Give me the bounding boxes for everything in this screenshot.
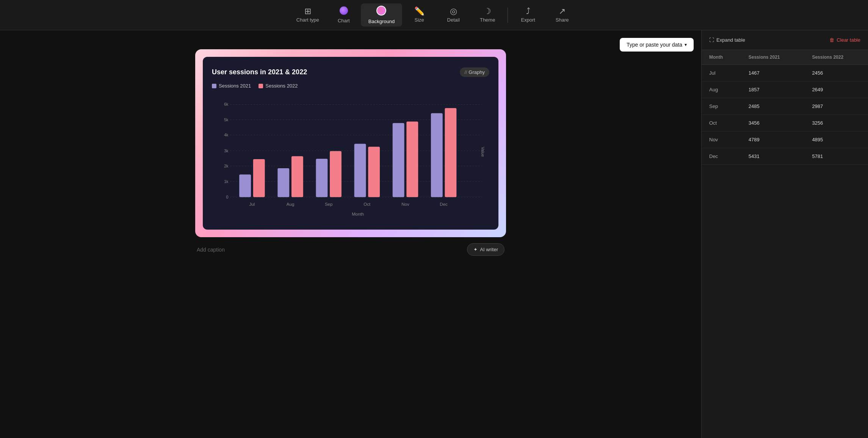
bar-oct-2022 <box>368 147 380 197</box>
legend-sessions-2022: Sessions 2022 <box>259 83 298 89</box>
toolbar-export-label: Export <box>521 17 535 23</box>
svg-text:0: 0 <box>226 195 228 199</box>
toolbar-chart[interactable]: Chart <box>327 4 361 26</box>
cell-month-3: Oct <box>702 115 741 131</box>
right-panel: ⛶ Expand table 🗑 Clear table Month Sessi… <box>701 30 868 438</box>
cell-sessions2022-3: 3256 <box>804 115 868 131</box>
expand-table-label: Expand table <box>716 37 745 43</box>
circle-active-icon <box>376 6 386 17</box>
toolbar-background-label: Background <box>368 19 395 24</box>
paste-data-label: Type or paste your data <box>627 42 682 48</box>
svg-text:2k: 2k <box>224 164 229 168</box>
share-icon: ↗ <box>559 7 566 16</box>
toolbar-share-label: Share <box>556 17 569 23</box>
bar-jul-2021 <box>239 174 251 197</box>
svg-text:1k: 1k <box>224 179 229 184</box>
cell-month-5: Dec <box>702 148 741 165</box>
toolbar-divider <box>508 8 508 23</box>
bar-nov-2021 <box>393 123 404 197</box>
bar-aug-2021 <box>277 168 289 197</box>
bar-chart-svg: 6k 5k 4k 3k 2k 1k 0 Value <box>212 95 489 224</box>
legend-dot-2022 <box>259 84 263 88</box>
table-scroll-container[interactable]: Month Sessions 2021 Sessions 2022 Jul 14… <box>702 50 868 438</box>
paste-data-button[interactable]: Type or paste your data <box>620 38 694 52</box>
x-label-nov: Nov <box>401 202 409 206</box>
toolbar: ⊞ Chart type Chart Background ✏️ Size ◎ … <box>0 0 868 30</box>
bar-sep-2021 <box>316 159 328 197</box>
toolbar-chart-type-label: Chart type <box>296 17 319 23</box>
moon-icon: ☽ <box>484 7 491 16</box>
caption-area: Add caption ✦ AI writer <box>195 243 506 256</box>
legend-sessions-2021: Sessions 2021 <box>212 83 251 89</box>
circle-purple-icon <box>340 6 348 16</box>
ai-writer-button[interactable]: ✦ AI writer <box>467 243 505 256</box>
cell-sessions2021-4: 4789 <box>741 131 805 148</box>
cell-sessions2021-5: 5431 <box>741 148 805 165</box>
data-table: Month Sessions 2021 Sessions 2022 Jul 14… <box>702 50 868 165</box>
chart-legend: Sessions 2021 Sessions 2022 <box>212 83 489 89</box>
toolbar-chart-type[interactable]: ⊞ Chart type <box>289 5 327 25</box>
eye-icon: ◎ <box>450 7 457 16</box>
col-sessions-2021: Sessions 2021 <box>741 50 805 65</box>
toolbar-detail-label: Detail <box>447 17 460 23</box>
bar-sep-2022 <box>330 151 342 197</box>
col-month: Month <box>702 50 741 65</box>
cell-sessions2022-4: 4895 <box>804 131 868 148</box>
svg-text:3k: 3k <box>224 149 229 153</box>
toolbar-export[interactable]: ⤴ Export <box>511 5 545 25</box>
table-header-row: Month Sessions 2021 Sessions 2022 <box>702 50 868 65</box>
toolbar-detail[interactable]: ◎ Detail <box>436 5 470 25</box>
table-toolbar: ⛶ Expand table 🗑 Clear table <box>702 30 868 50</box>
x-axis-title: Month <box>352 212 364 216</box>
x-label-sep: Sep <box>325 202 333 206</box>
ai-writer-label: AI writer <box>480 247 498 252</box>
bar-dec-2021 <box>431 113 443 197</box>
bar-oct-2021 <box>354 144 366 197</box>
table-row: Jul 1467 2456 <box>702 65 868 81</box>
cell-month-1: Aug <box>702 81 741 98</box>
legend-dot-2021 <box>212 84 216 88</box>
svg-text:6k: 6k <box>224 102 229 106</box>
bar-dec-2022 <box>445 108 456 197</box>
bar-nov-2022 <box>406 122 418 197</box>
chart-title: User sessions in 2021 & 2022 <box>212 68 307 76</box>
export-icon: ⤴ <box>526 7 530 16</box>
chart-svg-container: 6k 5k 4k 3k 2k 1k 0 Value <box>212 95 489 224</box>
toolbar-theme[interactable]: ☽ Theme <box>470 5 505 25</box>
bar-jul-2022 <box>253 159 265 197</box>
canvas-area: Type or paste your data User sessions in… <box>0 30 701 438</box>
expand-table-button[interactable]: ⛶ Expand table <box>709 37 745 43</box>
toolbar-size-label: Size <box>415 17 424 23</box>
toolbar-background[interactable]: Background <box>361 3 402 27</box>
cell-sessions2021-2: 2485 <box>741 98 805 115</box>
main-content: Type or paste your data User sessions in… <box>0 30 868 438</box>
col-sessions-2022: Sessions 2022 <box>804 50 868 65</box>
toolbar-share[interactable]: ↗ Share <box>545 5 579 25</box>
cell-sessions2021-0: 1467 <box>741 65 805 81</box>
graphy-logo: Graphy <box>460 67 489 77</box>
cell-month-4: Nov <box>702 131 741 148</box>
legend-label-2021: Sessions 2021 <box>219 83 251 89</box>
svg-text:5k: 5k <box>224 117 229 122</box>
cell-sessions2021-1: 1857 <box>741 81 805 98</box>
bar-aug-2022 <box>291 156 303 197</box>
toolbar-size[interactable]: ✏️ Size <box>402 5 436 25</box>
pencil-icon: ✏️ <box>414 7 425 16</box>
table-row: Nov 4789 4895 <box>702 131 868 148</box>
clear-table-button[interactable]: 🗑 Clear table <box>829 37 860 43</box>
trash-icon: 🗑 <box>829 37 834 43</box>
ai-writer-icon: ✦ <box>473 247 478 252</box>
chart-outer-container: User sessions in 2021 & 2022 Graphy Sess… <box>195 49 506 237</box>
legend-label-2022: Sessions 2022 <box>265 83 298 89</box>
cell-sessions2022-1: 2649 <box>804 81 868 98</box>
x-label-oct: Oct <box>363 202 371 206</box>
chart-inner-container: User sessions in 2021 & 2022 Graphy Sess… <box>203 57 498 230</box>
x-label-jul: Jul <box>249 202 255 206</box>
table-row: Sep 2485 2987 <box>702 98 868 115</box>
caption-placeholder[interactable]: Add caption <box>197 247 225 253</box>
svg-text:4k: 4k <box>224 133 229 137</box>
x-label-dec: Dec <box>440 202 448 206</box>
x-label-aug: Aug <box>287 202 295 206</box>
toolbar-theme-label: Theme <box>480 17 495 23</box>
table-row: Dec 5431 5781 <box>702 148 868 165</box>
